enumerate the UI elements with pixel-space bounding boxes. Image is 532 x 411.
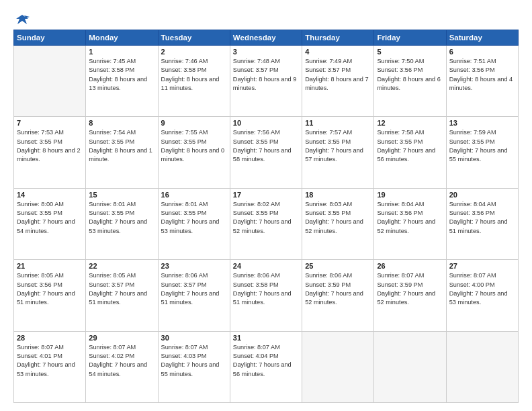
day-number: 18 — [305, 191, 371, 199]
calendar-cell: 15Sunrise: 8:01 AMSunset: 3:55 PMDayligh… — [86, 188, 158, 259]
calendar-cell: 2Sunrise: 7:46 AMSunset: 3:58 PMDaylight… — [158, 46, 230, 117]
calendar-cell: 20Sunrise: 8:04 AMSunset: 3:56 PMDayligh… — [446, 188, 518, 259]
day-number: 26 — [377, 262, 443, 270]
day-info: Sunrise: 8:07 AMSunset: 4:00 PMDaylight:… — [449, 271, 515, 307]
day-number: 20 — [449, 191, 515, 199]
weekday-header-tuesday: Tuesday — [158, 30, 230, 46]
day-number: 15 — [89, 191, 154, 199]
day-number: 9 — [161, 119, 227, 127]
day-number: 30 — [161, 334, 227, 342]
day-info: Sunrise: 7:54 AMSunset: 3:55 PMDaylight:… — [89, 128, 154, 164]
calendar-cell: 27Sunrise: 8:07 AMSunset: 4:00 PMDayligh… — [446, 260, 518, 331]
calendar-cell: 28Sunrise: 8:07 AMSunset: 4:01 PMDayligh… — [14, 331, 86, 402]
calendar-cell: 21Sunrise: 8:05 AMSunset: 3:56 PMDayligh… — [14, 260, 86, 331]
day-info: Sunrise: 8:01 AMSunset: 3:55 PMDaylight:… — [89, 200, 154, 236]
day-number: 16 — [161, 191, 227, 199]
day-number: 29 — [89, 334, 154, 342]
calendar-cell — [446, 331, 518, 402]
calendar-cell: 24Sunrise: 8:06 AMSunset: 3:58 PMDayligh… — [230, 260, 302, 331]
calendar-cell: 25Sunrise: 8:06 AMSunset: 3:59 PMDayligh… — [302, 260, 374, 331]
calendar-week-row: 21Sunrise: 8:05 AMSunset: 3:56 PMDayligh… — [14, 260, 519, 331]
calendar-cell: 26Sunrise: 8:07 AMSunset: 3:59 PMDayligh… — [374, 260, 446, 331]
calendar-cell: 31Sunrise: 8:07 AMSunset: 4:04 PMDayligh… — [230, 331, 302, 402]
calendar-cell: 6Sunrise: 7:51 AMSunset: 3:56 PMDaylight… — [446, 46, 518, 117]
day-info: Sunrise: 7:58 AMSunset: 3:55 PMDaylight:… — [377, 128, 443, 164]
day-info: Sunrise: 7:49 AMSunset: 3:57 PMDaylight:… — [305, 57, 371, 93]
day-info: Sunrise: 8:06 AMSunset: 3:57 PMDaylight:… — [161, 271, 227, 307]
calendar-cell: 23Sunrise: 8:06 AMSunset: 3:57 PMDayligh… — [158, 260, 230, 331]
day-info: Sunrise: 8:01 AMSunset: 3:55 PMDaylight:… — [161, 200, 227, 236]
day-number: 10 — [233, 119, 299, 127]
day-info: Sunrise: 7:46 AMSunset: 3:58 PMDaylight:… — [161, 57, 227, 93]
day-number: 27 — [449, 262, 515, 270]
day-info: Sunrise: 8:03 AMSunset: 3:55 PMDaylight:… — [305, 200, 371, 236]
day-number: 21 — [17, 262, 83, 270]
calendar-cell: 11Sunrise: 7:57 AMSunset: 3:55 PMDayligh… — [302, 117, 374, 188]
calendar-cell: 16Sunrise: 8:01 AMSunset: 3:55 PMDayligh… — [158, 188, 230, 259]
calendar-cell: 5Sunrise: 7:50 AMSunset: 3:56 PMDaylight… — [374, 46, 446, 117]
calendar-cell: 9Sunrise: 7:55 AMSunset: 3:55 PMDaylight… — [158, 117, 230, 188]
calendar-cell: 18Sunrise: 8:03 AMSunset: 3:55 PMDayligh… — [302, 188, 374, 259]
day-info: Sunrise: 8:05 AMSunset: 3:57 PMDaylight:… — [89, 271, 154, 307]
logo — [13, 12, 30, 24]
calendar-week-row: 1Sunrise: 7:45 AMSunset: 3:58 PMDaylight… — [14, 46, 519, 117]
calendar-cell: 1Sunrise: 7:45 AMSunset: 3:58 PMDaylight… — [86, 46, 158, 117]
weekday-header-thursday: Thursday — [302, 30, 374, 46]
day-info: Sunrise: 8:07 AMSunset: 4:04 PMDaylight:… — [233, 343, 299, 379]
day-number: 11 — [305, 119, 371, 127]
day-info: Sunrise: 8:05 AMSunset: 3:56 PMDaylight:… — [17, 271, 83, 307]
day-number: 2 — [161, 48, 227, 56]
weekday-header-wednesday: Wednesday — [230, 30, 302, 46]
calendar-cell: 10Sunrise: 7:56 AMSunset: 3:55 PMDayligh… — [230, 117, 302, 188]
day-info: Sunrise: 8:07 AMSunset: 4:02 PMDaylight:… — [89, 343, 154, 379]
day-number: 7 — [17, 119, 83, 127]
calendar-cell: 30Sunrise: 8:07 AMSunset: 4:03 PMDayligh… — [158, 331, 230, 402]
weekday-header-monday: Monday — [86, 30, 158, 46]
day-number: 25 — [305, 262, 371, 270]
day-number: 5 — [377, 48, 443, 56]
day-number: 12 — [377, 119, 443, 127]
weekday-header-row: SundayMondayTuesdayWednesdayThursdayFrid… — [14, 30, 519, 46]
day-info: Sunrise: 8:06 AMSunset: 3:58 PMDaylight:… — [233, 271, 299, 307]
calendar-cell — [374, 331, 446, 402]
day-number: 17 — [233, 191, 299, 199]
day-number: 13 — [449, 119, 515, 127]
calendar-cell: 4Sunrise: 7:49 AMSunset: 3:57 PMDaylight… — [302, 46, 374, 117]
calendar-cell — [14, 46, 86, 117]
calendar-week-row: 14Sunrise: 8:00 AMSunset: 3:55 PMDayligh… — [14, 188, 519, 259]
calendar-cell: 22Sunrise: 8:05 AMSunset: 3:57 PMDayligh… — [86, 260, 158, 331]
calendar-cell: 19Sunrise: 8:04 AMSunset: 3:56 PMDayligh… — [374, 188, 446, 259]
calendar-cell — [302, 331, 374, 402]
day-info: Sunrise: 7:53 AMSunset: 3:55 PMDaylight:… — [17, 128, 83, 164]
day-number: 23 — [161, 262, 227, 270]
day-info: Sunrise: 7:57 AMSunset: 3:55 PMDaylight:… — [305, 128, 371, 164]
day-info: Sunrise: 7:50 AMSunset: 3:56 PMDaylight:… — [377, 57, 443, 93]
page: SundayMondayTuesdayWednesdayThursdayFrid… — [0, 0, 532, 411]
day-info: Sunrise: 7:45 AMSunset: 3:58 PMDaylight:… — [89, 57, 154, 93]
day-info: Sunrise: 8:06 AMSunset: 3:59 PMDaylight:… — [305, 271, 371, 307]
day-number: 1 — [89, 48, 154, 56]
calendar-cell: 13Sunrise: 7:59 AMSunset: 3:55 PMDayligh… — [446, 117, 518, 188]
calendar-cell: 8Sunrise: 7:54 AMSunset: 3:55 PMDaylight… — [86, 117, 158, 188]
day-info: Sunrise: 7:56 AMSunset: 3:55 PMDaylight:… — [233, 128, 299, 164]
calendar-cell: 7Sunrise: 7:53 AMSunset: 3:55 PMDaylight… — [14, 117, 86, 188]
day-number: 24 — [233, 262, 299, 270]
calendar-cell: 14Sunrise: 8:00 AMSunset: 3:55 PMDayligh… — [14, 188, 86, 259]
calendar-cell: 17Sunrise: 8:02 AMSunset: 3:55 PMDayligh… — [230, 188, 302, 259]
day-number: 14 — [17, 191, 83, 199]
day-info: Sunrise: 7:48 AMSunset: 3:57 PMDaylight:… — [233, 57, 299, 93]
calendar-table: SundayMondayTuesdayWednesdayThursdayFrid… — [13, 30, 519, 403]
calendar-week-row: 7Sunrise: 7:53 AMSunset: 3:55 PMDaylight… — [14, 117, 519, 188]
day-number: 19 — [377, 191, 443, 199]
day-info: Sunrise: 8:07 AMSunset: 4:01 PMDaylight:… — [17, 343, 83, 379]
weekday-header-sunday: Sunday — [14, 30, 86, 46]
day-info: Sunrise: 8:07 AMSunset: 3:59 PMDaylight:… — [377, 271, 443, 307]
day-number: 4 — [305, 48, 371, 56]
day-info: Sunrise: 8:04 AMSunset: 3:56 PMDaylight:… — [377, 200, 443, 236]
day-info: Sunrise: 8:02 AMSunset: 3:55 PMDaylight:… — [233, 200, 299, 236]
day-info: Sunrise: 7:59 AMSunset: 3:55 PMDaylight:… — [449, 128, 515, 164]
day-number: 28 — [17, 334, 83, 342]
day-info: Sunrise: 7:51 AMSunset: 3:56 PMDaylight:… — [449, 57, 515, 93]
calendar-week-row: 28Sunrise: 8:07 AMSunset: 4:01 PMDayligh… — [14, 331, 519, 402]
day-number: 3 — [233, 48, 299, 56]
